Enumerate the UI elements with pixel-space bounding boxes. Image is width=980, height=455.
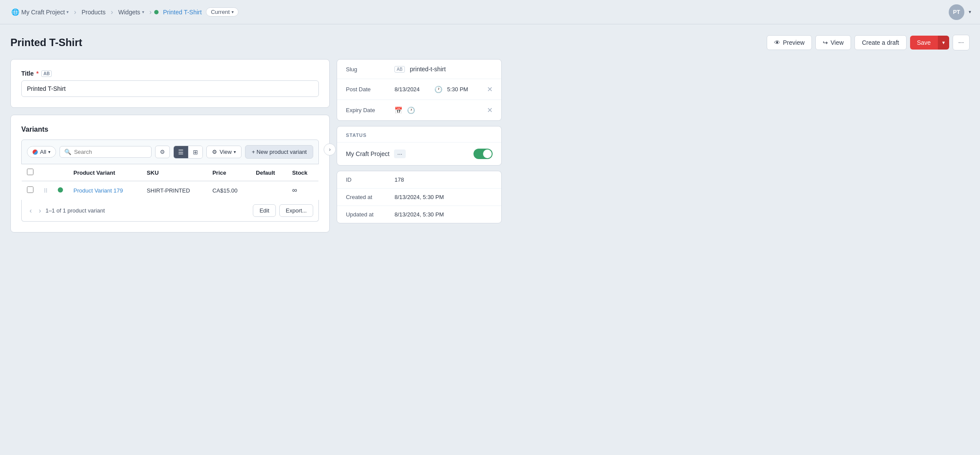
current-badge-label: Current — [211, 9, 229, 15]
nav-right: PT ▾ — [949, 4, 971, 20]
main-column: Title * AB Variants All — [10, 59, 330, 232]
status-dot — [154, 10, 159, 14]
required-star: * — [36, 70, 39, 77]
nav-sep-2: › — [111, 8, 113, 16]
post-time-icon: 🕐 — [434, 86, 443, 93]
view-icon: ↪ — [823, 39, 828, 46]
pagination-row: ‹ › 1–1 of 1 product variant Edit Export… — [21, 200, 319, 222]
variant-stock: ∞ — [292, 186, 297, 194]
export-label: Export... — [286, 207, 307, 214]
row-checkbox[interactable] — [27, 186, 33, 193]
row-name-cell: Product Variant 179 — [68, 181, 142, 200]
view-toggle-group: ☰ ⊞ — [173, 146, 203, 159]
view-options-button[interactable]: ⚙ View ▾ — [206, 146, 242, 158]
updated-value: 8/13/2024, 5:30 PM — [394, 211, 444, 218]
view-button[interactable]: ↪ View — [815, 35, 851, 50]
page-title: Printed T-Shirt — [10, 37, 82, 49]
more-label: ··· — [958, 39, 964, 46]
nav-products[interactable]: Products — [79, 7, 108, 17]
nav-site-chevron: ▾ — [66, 10, 69, 14]
avatar[interactable]: PT — [949, 4, 964, 20]
row-status-cell — [53, 181, 68, 200]
th-default: Default — [251, 164, 287, 181]
slug-dates-card: Slug AB printed-t-shirt Post Date 8/13/2… — [337, 59, 502, 121]
updated-label: Updated at — [346, 211, 389, 218]
id-value: 178 — [394, 176, 404, 183]
nav-sep-1: › — [74, 8, 76, 16]
current-badge-chevron: ▾ — [232, 10, 234, 14]
row-price-cell: CA$15.00 — [207, 181, 251, 200]
table-header-row: Product Variant SKU Price Default — [22, 164, 319, 181]
next-button[interactable]: › — [36, 206, 43, 216]
new-variant-button[interactable]: + New product variant — [245, 145, 313, 159]
avatar-chevron[interactable]: ▾ — [969, 9, 971, 15]
search-input[interactable] — [74, 149, 147, 155]
view-options-label: View — [219, 149, 232, 155]
pagination-info: 1–1 of 1 product variant — [46, 207, 105, 214]
create-draft-button[interactable]: Create a draft — [854, 35, 907, 50]
filter-all-label: All — [40, 149, 46, 155]
save-chevron-button[interactable]: ▾ — [938, 36, 949, 50]
nav-site[interactable]: 🌐 My Craft Project ▾ — [9, 7, 71, 18]
save-button[interactable]: Save — [910, 36, 938, 50]
expiry-date-clear[interactable]: ✕ — [487, 106, 493, 114]
nav-site-label: My Craft Project — [21, 9, 65, 16]
nav-widgets[interactable]: Widgets ▾ — [116, 7, 147, 17]
slug-value: printed-t-shirt — [410, 66, 493, 73]
status-dots-button[interactable]: ··· — [394, 149, 406, 158]
page-wrapper: Printed T-Shirt 👁 Preview ↪ View Create … — [0, 24, 980, 250]
status-toggle[interactable] — [473, 149, 493, 159]
edit-button[interactable]: Edit — [253, 204, 275, 217]
content-layout: Title * AB Variants All — [10, 59, 970, 239]
expiry-cal-icon[interactable]: 📅 — [394, 106, 403, 114]
select-all-checkbox[interactable] — [27, 169, 33, 175]
export-button[interactable]: Export... — [279, 204, 313, 217]
variant-sku: SHIRT-PRINTED — [147, 187, 190, 194]
header-actions: 👁 Preview ↪ View Create a draft Save ▾ ·… — [767, 35, 970, 50]
nav-current-page[interactable]: Printed T-Shirt — [160, 7, 204, 17]
view-chevron: ▾ — [234, 149, 236, 154]
create-draft-label: Create a draft — [862, 39, 899, 46]
title-input[interactable] — [21, 80, 319, 97]
expiry-date-label: Expiry Date — [346, 107, 389, 113]
all-filter-button[interactable]: All ▾ — [27, 146, 56, 158]
status-header: STATUS — [337, 126, 501, 143]
expiry-date-time-wrap: 📅 🕐 ✕ — [394, 106, 493, 114]
pagination-actions: Edit Export... — [253, 204, 313, 217]
nav-sep-3: › — [149, 8, 152, 16]
slug-label: Slug — [346, 66, 389, 73]
grid-view-button[interactable]: ⊞ — [188, 146, 202, 158]
post-time-value: 5:30 PM — [447, 86, 483, 93]
variants-toolbar: All ▾ 🔍 ⚙ ☰ — [21, 139, 319, 164]
list-view-button[interactable]: ☰ — [174, 146, 188, 158]
post-date-label: Post Date — [346, 86, 389, 93]
table-row: ⁞⁞ Product Variant 179 — [22, 181, 319, 200]
expiry-clock-icon[interactable]: 🕐 — [407, 106, 415, 114]
id-label: ID — [346, 176, 389, 183]
slug-translation-icon[interactable]: AB — [394, 66, 404, 73]
current-badge[interactable]: Current ▾ — [206, 7, 238, 17]
th-price-label: Price — [212, 169, 226, 176]
status-card: STATUS My Craft Project ··· — [337, 126, 502, 166]
preview-button[interactable]: 👁 Preview — [767, 35, 812, 50]
post-date-clear[interactable]: ✕ — [487, 85, 493, 93]
th-product-variant-label: Product Variant — [73, 169, 115, 176]
th-sku-label: SKU — [147, 169, 159, 176]
main-area: Title * AB Variants All — [10, 59, 330, 239]
variant-name: Product Variant 179 — [73, 187, 123, 194]
title-field-label: Title * AB — [21, 70, 319, 77]
collapse-arrow[interactable]: › — [324, 143, 336, 156]
created-row: Created at 8/13/2024, 5:30 PM — [337, 189, 501, 206]
more-button[interactable]: ··· — [953, 35, 970, 50]
status-project-name: My Craft Project — [346, 150, 389, 157]
drag-handle-icon[interactable]: ⁞⁞ — [44, 187, 47, 194]
translation-icon[interactable]: AB — [41, 70, 52, 77]
th-sku: SKU — [142, 164, 207, 181]
prev-button[interactable]: ‹ — [27, 206, 34, 216]
meta-card: ID 178 Created at 8/13/2024, 5:30 PM Upd… — [337, 171, 502, 223]
filter-icon-button[interactable]: ⚙ — [155, 146, 170, 158]
search-wrap: 🔍 — [60, 146, 152, 158]
variant-link[interactable]: Product Variant 179 — [73, 187, 123, 194]
variant-price: CA$15.00 — [212, 187, 238, 194]
variants-table: Product Variant SKU Price Default — [21, 164, 319, 200]
